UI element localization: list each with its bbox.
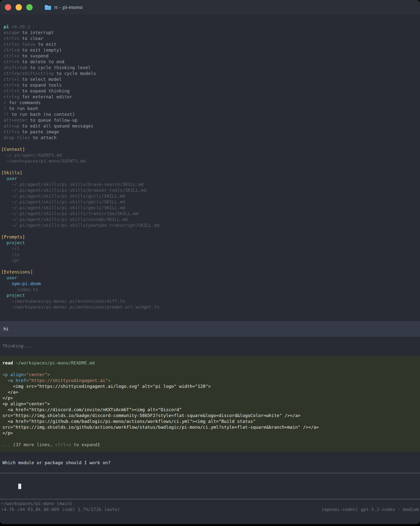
status-cwd: ~/workspaces/pi-mono (main) — [1, 501, 419, 506]
terminal-line: /pr — [1, 257, 420, 263]
cli-config-sections: [Context] ~/.pi/agent/AGENTS.md ~/worksp… — [0, 146, 420, 310]
token: p — [5, 372, 8, 377]
terminal-line: ctrl+o to expand tools — [4, 82, 420, 88]
terminal-line: /cl — [1, 246, 420, 252]
token: [Skills] — [1, 170, 22, 175]
token: = — [26, 378, 29, 383]
token: ctrl+g — [4, 94, 20, 99]
terminal-line — [1, 228, 420, 234]
terminal-line: shift+tab to cycle thinking level — [4, 65, 420, 71]
token: to exit — [35, 42, 56, 47]
token: project — [1, 293, 25, 298]
prompt-input[interactable] — [0, 473, 420, 499]
terminal-line: ctrl+l to select model — [4, 76, 420, 82]
token: > — [108, 378, 111, 383]
token: "https://shittycodingagent.ai" — [29, 378, 108, 383]
token: ... — [2, 442, 13, 447]
token: ! — [4, 106, 6, 111]
token: ctrl+v — [4, 129, 20, 134]
terminal-line: alt+up to edit all queued messages — [4, 123, 420, 129]
terminal-line: </p> — [2, 395, 418, 401]
close-button[interactable] — [5, 4, 11, 10]
token: to exit (empty) — [20, 47, 61, 52]
terminal-line: ctrl+g for external editor — [4, 94, 420, 100]
terminal-line: alt+enter to queue follow-up — [4, 117, 420, 123]
token: ctrl+z — [4, 53, 20, 58]
token: escape — [4, 30, 20, 35]
token — [8, 372, 10, 377]
token: < — [2, 372, 5, 377]
terminal-line: ~/.pi/agent/AGENTS.md — [1, 152, 420, 158]
window-title: π - pi-mono — [54, 4, 83, 10]
terminal-line: [Prompts] — [1, 234, 420, 240]
token: src="https://img.shields.io/badge/discor… — [2, 413, 300, 418]
terminal-line: ~/workspaces/pi-mono/AGENTS.md — [1, 158, 420, 164]
token: ~/.pi/agent/AGENTS.md — [1, 152, 62, 158]
terminal-line: <a href="https://discord.com/invite/nKXT… — [2, 407, 418, 413]
terminal-line: ctrl+c twice to exit — [4, 41, 420, 47]
token: align — [10, 372, 24, 377]
terminal-line: ctrl+z to suspend — [4, 53, 420, 59]
terminal-line — [1, 263, 420, 269]
terminal-line: ... (37 more lines, ctrl+o to expand) — [2, 442, 418, 448]
thinking-indicator: Thinking... — [0, 343, 420, 349]
terminal-line: ~/.pi/agent/skills/pi-skills/vscode/SKIL… — [1, 217, 420, 222]
terminal-line: ! to run bash — [4, 106, 420, 111]
terminal-line: [Context] — [1, 146, 420, 152]
terminal-line: / for commands — [4, 100, 420, 106]
title-group: π - pi-mono — [44, 4, 83, 10]
terminal-line: <a href="https://shittycodingagent.ai"> — [2, 378, 418, 384]
terminal-line: <p align="center"> — [2, 372, 418, 378]
token: ctrl+c — [4, 36, 20, 41]
token: shift+tab — [4, 65, 28, 70]
token: ctrl+l — [4, 77, 20, 82]
token: to queue follow-up — [28, 118, 78, 123]
token: </p> — [2, 395, 13, 400]
token: ctrl+d — [4, 47, 20, 52]
terminal-line: pi v0.49.3 — [4, 24, 420, 30]
terminal-line: ~/.pi/agent/skills/pi-skills/gdcli/SKILL… — [1, 199, 420, 205]
token: /cl — [1, 246, 20, 251]
token: ~/.pi/agent/skills/pi-skills/gmcli/SKILL… — [1, 205, 125, 210]
user-message-box: hi — [0, 321, 420, 337]
cli-header-shortcuts: pi v0.49.3escape to interruptctrl+c to c… — [0, 24, 420, 141]
token: (37 more lines, — [13, 442, 55, 447]
token: project — [1, 240, 25, 245]
token: to attach — [30, 135, 56, 140]
terminal-line: ctrl+p/shift+ctrl+p to cycle models — [4, 71, 420, 76]
status-bar: ~/workspaces/pi-mono (main) ↑4.7k ↓44 R3… — [0, 501, 420, 512]
terminal-line — [2, 436, 418, 442]
terminal-line: src="https://img.shields.io/github/actio… — [2, 424, 418, 430]
terminal-line: ~/.pi/agent/skills/pi-skills/brave-searc… — [1, 182, 420, 187]
token: index.ts — [1, 287, 38, 292]
token: ~/workspaces/pi-mono/.pi/extensions/prom… — [1, 304, 159, 309]
terminal-line: ~/.pi/agent/skills/pi-skills/gccli/SKILL… — [1, 193, 420, 199]
token: to select model — [20, 77, 61, 82]
token: <a href="https://github.com/badlogic/pi-… — [2, 419, 256, 424]
token: href — [16, 378, 26, 383]
token: for commands — [6, 100, 41, 105]
token: to clear — [20, 36, 43, 41]
terminal-line: project — [1, 240, 420, 246]
token: </a> — [2, 390, 18, 394]
terminal-line: <img src="https://shittycodingagent.ai/l… — [2, 384, 418, 389]
token: /is — [1, 252, 20, 257]
token: / — [4, 100, 6, 105]
terminal-line: <a href="https://github.com/badlogic/pi-… — [2, 418, 418, 424]
token: user — [1, 275, 17, 280]
terminal-window: π - pi-mono pi v0.49.3escape to interrup… — [0, 0, 420, 524]
token: /pr — [1, 258, 20, 263]
zoom-button[interactable] — [26, 4, 33, 10]
token: > — [47, 372, 50, 377]
terminal-line: </a> — [2, 389, 418, 395]
token: user — [1, 176, 17, 181]
token: alt+enter — [4, 118, 28, 123]
terminal-line: ~/.pi/agent/skills/pi-skills/youtube-tra… — [1, 222, 420, 228]
minimize-button[interactable] — [16, 4, 22, 10]
token — [13, 378, 16, 383]
token: to paste image — [20, 129, 59, 134]
user-message-text: hi — [3, 326, 417, 332]
terminal-line: /is — [1, 252, 420, 257]
token: for external editor — [20, 94, 72, 99]
assistant-message-text: Which module or package should I work on… — [0, 460, 420, 466]
